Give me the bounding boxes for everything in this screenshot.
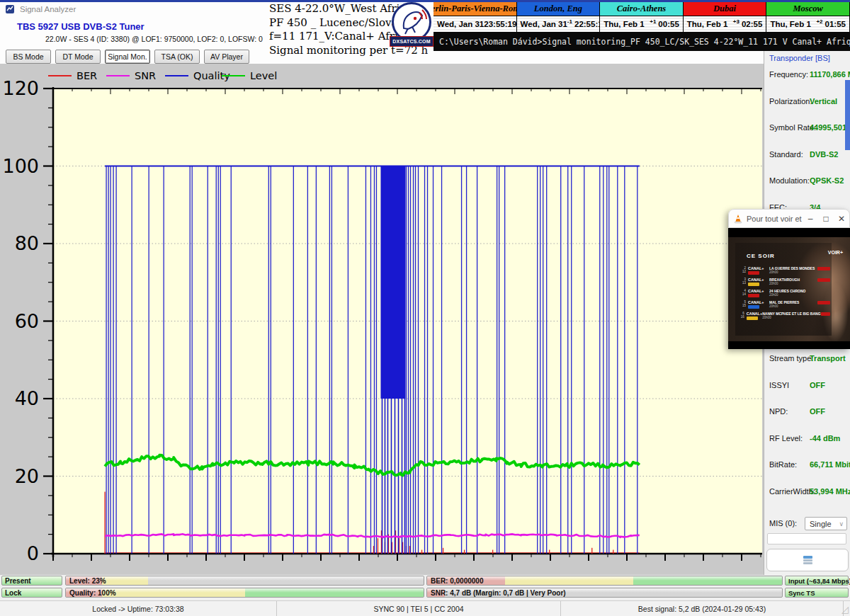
logo-text: DXSATCS.COM xyxy=(390,36,434,47)
guide-channel-name: CANAL+ xyxy=(748,289,769,293)
clock-date: Thu, Feb 1 xyxy=(770,20,811,28)
session-line-1: SES 4-22.0°W_West Africa xyxy=(269,2,400,16)
clock-time-row: Thu, Feb 1+302:55 xyxy=(684,16,766,32)
meter-bar-quality: Quality: 100% xyxy=(65,588,424,598)
status-sync-tei-cc: SYNC 90 | TEI 5 | CC 2004 xyxy=(277,601,561,616)
session-info: SES 4-22.0°W_West Africa PF 450 _ Lucene… xyxy=(269,2,400,57)
svg-text:40: 40 xyxy=(15,387,39,409)
app-window: Signal Analyzer TBS 5927 USB DVB-S2 Tune… xyxy=(0,0,850,616)
guide-row: 414CANAL+24 HEURES CHRONO20h00 xyxy=(740,288,830,299)
guide-program-time: 20h00 xyxy=(769,270,817,275)
guide-row: 313CANAL+BREAKTHROUGH20h00 xyxy=(740,277,830,287)
dxsatcs-logo: DXSATCS.COM xyxy=(390,2,432,47)
tv-guide-overlay: CE SOIR VOIR+ 212CANAL+LA GUERRE DES MON… xyxy=(735,243,832,336)
guide-channel: CANAL+ xyxy=(747,311,762,320)
mis-dropdown[interactable]: Single ∨ xyxy=(805,517,847,530)
transponder-field-carrierwidth-: CarrierWidth:53,994 MHz xyxy=(769,487,847,508)
clock-utc-offset: -1 xyxy=(567,18,572,25)
session-line-3: f=11 171_V:Canal+ Afrique xyxy=(269,30,400,44)
transponder-field-polarization-: Polarization:Vertical xyxy=(769,97,847,118)
clock-time-row: Thu, Feb 1+201:55 xyxy=(766,16,849,32)
guide-program-time: 20h00 xyxy=(762,316,820,320)
svg-text:SNR: SNR xyxy=(135,70,156,81)
clock-city: Berlin-Paris-Vienna-Roma xyxy=(434,2,516,16)
guide-channel-number: 616 xyxy=(740,311,744,319)
terminal-window: C:\Users\Roman Dávid>Signal monitoring_P… xyxy=(434,32,850,51)
field-value: Vertical xyxy=(810,97,837,105)
clock-date: Thu, Feb 1 xyxy=(687,20,728,28)
svg-text:BER: BER xyxy=(76,70,97,81)
svg-text:0: 0 xyxy=(27,542,39,564)
clock-date: Wed, Jan 31 xyxy=(437,20,484,28)
chevron-down-icon: ∨ xyxy=(839,520,844,527)
guide-channel-number: 414 xyxy=(740,288,746,296)
window-title: Signal Analyzer xyxy=(20,5,76,13)
close-icon[interactable]: ✕ xyxy=(834,214,849,224)
clock-city: Moscow xyxy=(766,2,849,16)
clock-dubai: DubaiThu, Feb 1+302:55 xyxy=(684,2,767,32)
vlc-video-area[interactable]: CE SOIR VOIR+ 212CANAL+LA GUERRE DES MON… xyxy=(728,228,850,349)
vlc-window[interactable]: Pour tout voir et to... – □ ✕ CE SOIR VO… xyxy=(728,209,850,349)
resize-grip-icon[interactable]: ◿ xyxy=(842,604,849,615)
guide-channel-badge xyxy=(747,316,758,320)
tab-dt-mode[interactable]: DT Mode xyxy=(55,50,101,64)
meter-bar-label: Level: 23% xyxy=(69,577,106,585)
guide-channel: CANAL+ xyxy=(748,288,769,297)
vlc-titlebar: Pour tout voir et to... – □ ✕ xyxy=(728,209,850,228)
meter-bar-ber: BER: 0,0000000 xyxy=(426,576,783,586)
maximize-icon[interactable]: □ xyxy=(818,214,834,224)
meter-pill-label: Lock xyxy=(5,589,21,597)
titlebar: Signal Analyzer xyxy=(6,4,76,14)
guide-row: 212CANAL+LA GUERRE DES MONDES20h00 xyxy=(740,266,830,276)
statusbar: Locked -> Uptime: 73:03:38 SYNC 90 | TEI… xyxy=(0,600,850,616)
guide-program: MAL DE PIERRES20h00 xyxy=(769,300,817,309)
field-value: OFF xyxy=(810,407,825,416)
svg-text:Level: Level xyxy=(250,70,277,81)
guide-program: 24 HEURES CHRONO20h00 xyxy=(769,288,830,297)
transponder-field-stream-type-: Stream type:Transport xyxy=(769,354,847,375)
svg-text:100: 100 xyxy=(2,155,39,177)
clock-city: Dubai xyxy=(684,2,766,16)
clock-city: London, Eng xyxy=(517,2,600,16)
transponder-empty-field[interactable] xyxy=(767,533,846,544)
guide-voir-button: VOIR+ xyxy=(828,250,843,255)
meter-bar-level: Level: 23% xyxy=(65,576,424,586)
clock-cairo-athens: Cairo-AthensThu, Feb 1+100:55 xyxy=(600,2,684,32)
tab-tsa-ok-[interactable]: TSA (OK) xyxy=(154,50,200,64)
field-value: Transport xyxy=(810,354,846,363)
tab-signal-mon-[interactable]: Signal Mon. xyxy=(105,50,150,64)
svg-text:60: 60 xyxy=(15,310,39,332)
guide-right-badge xyxy=(817,278,830,282)
mis-value: Single xyxy=(810,520,832,528)
guide-channel-number: 212 xyxy=(740,266,746,273)
signal-chart-region: 020406080100120BERSNRQualityLevel xyxy=(0,64,764,575)
mode-tabs: BS ModeDT ModeSignal Mon.TSA (OK)AV Play… xyxy=(6,50,249,64)
field-value: 53,994 MHz xyxy=(810,487,850,496)
transponder-field-bitrate-: BitRate:66,711 Mbit/s xyxy=(769,460,847,481)
field-value: -44 dBm xyxy=(810,434,840,443)
clock-date: Thu, Feb 1 xyxy=(604,20,645,28)
svg-text:20: 20 xyxy=(15,465,39,487)
meter-bar-snr: SNR: 4,7 dB (Margin: 0,7 dB | Very Poor) xyxy=(426,588,783,598)
guide-channel: CANAL+ xyxy=(748,277,769,286)
guide-channel-badge xyxy=(748,271,759,275)
vlc-cone-icon xyxy=(733,214,743,224)
minimize-icon[interactable]: – xyxy=(803,214,818,224)
tab-av-player[interactable]: AV Player xyxy=(204,50,249,64)
guide-rows: 212CANAL+LA GUERRE DES MONDES20h00313CAN… xyxy=(740,266,830,322)
guide-program: NANNY MCPHEE ET LE BIG BANG20h00 xyxy=(762,311,820,320)
meter-rows: PresentLevel: 23%BER: 0,0000000Input (~6… xyxy=(0,576,850,599)
clock-moscow: MoscowThu, Feb 1+201:55 xyxy=(766,2,850,32)
meter-pill-label: Sync TS xyxy=(788,589,815,597)
save-button[interactable] xyxy=(766,549,849,571)
clock-date: Wed, Jan 31 xyxy=(521,20,567,28)
mis-label: MIS (0): xyxy=(769,519,797,527)
guide-channel-name: CANAL+ xyxy=(747,312,762,316)
clock-time: 01:55 xyxy=(825,20,846,28)
guide-channel-name: CANAL+ xyxy=(748,300,769,304)
transponder-field-symbol-rate-: Symbol Rate:44995,501 KS/s xyxy=(769,123,847,144)
tab-bs-mode[interactable]: BS Mode xyxy=(6,50,51,64)
meter-bar-label: Quality: 100% xyxy=(69,589,116,597)
guide-channel-badge xyxy=(748,283,759,286)
guide-channel: CANAL+ xyxy=(748,300,769,309)
